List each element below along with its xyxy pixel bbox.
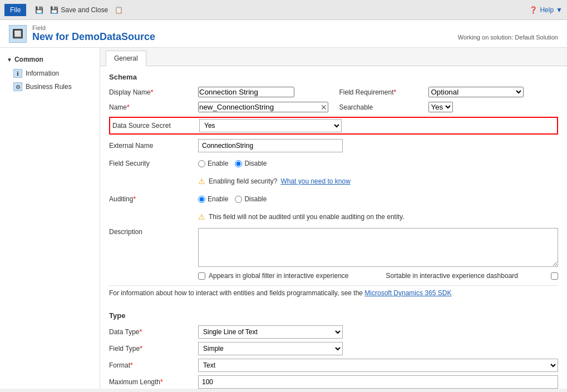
- appears-global-checkbox[interactable]: [198, 272, 205, 280]
- max-length-input[interactable]: [198, 375, 558, 389]
- header: 🔲 Field New for DemoDataSource Working o…: [0, 20, 567, 48]
- tab-general[interactable]: General: [106, 51, 146, 66]
- help-button[interactable]: ❓ Help ▼: [529, 6, 563, 14]
- entity-label: Field: [32, 24, 155, 31]
- format-select[interactable]: Text Email URL: [198, 359, 558, 372]
- data-source-secret-select[interactable]: Yes No: [199, 119, 342, 132]
- field-security-enable-radio[interactable]: [198, 160, 205, 167]
- save-icon-button[interactable]: 💾: [32, 5, 47, 15]
- business-rules-icon: ⚙: [13, 82, 22, 91]
- field-security-link[interactable]: What you need to know: [280, 177, 350, 185]
- sidebar-section-common: ▼ Common: [0, 52, 100, 67]
- info-text-row: For information about how to interact wi…: [109, 285, 558, 302]
- field-requirement-select[interactable]: Optional Business Recommended Business R…: [428, 87, 524, 97]
- data-source-secret-label: Data Source Secret: [112, 122, 199, 130]
- max-length-row: Maximum Length*: [109, 375, 558, 389]
- extra-icon: 📋: [115, 6, 123, 14]
- name-row: Name* ✕ Searchable Yes: [109, 102, 558, 112]
- section-triangle-icon: ▼: [7, 57, 12, 63]
- field-type-row: Field Type* Simple Calculated Rollup: [109, 342, 558, 355]
- warning-icon: ⚠: [198, 177, 205, 186]
- help-label: Help: [540, 6, 554, 14]
- sidebar-item-business-rules-label: Business Rules: [26, 83, 72, 91]
- auditing-label: Auditing*: [109, 195, 198, 203]
- display-name-label: Display Name*: [109, 88, 198, 96]
- name-input[interactable]: [198, 102, 328, 112]
- field-security-disable-radio[interactable]: [235, 160, 242, 167]
- page-title: New for DemoDataSource: [32, 31, 155, 43]
- auditing-warning-icon: ⚠: [198, 212, 205, 221]
- info-text-prefix: For information about how to interact wi…: [109, 289, 363, 297]
- data-type-label: Data Type*: [109, 328, 198, 336]
- help-icon: ❓: [529, 6, 538, 14]
- auditing-radio-group: Enable Disable: [198, 195, 267, 203]
- save-icon: 💾: [35, 6, 43, 14]
- external-name-input[interactable]: [198, 139, 343, 152]
- display-name-input[interactable]: [198, 87, 294, 97]
- max-length-label: Maximum Length*: [109, 378, 198, 386]
- field-security-warning-row: ⚠ Enabling field security? What you need…: [109, 175, 558, 188]
- sidebar-item-information[interactable]: ℹ Information: [0, 67, 100, 80]
- entity-icon: 🔲: [9, 25, 27, 43]
- data-type-select[interactable]: Single Line of Text Multiple Lines of Te…: [198, 325, 343, 339]
- extra-icon-button[interactable]: 📋: [111, 5, 126, 15]
- auditing-warning-text: This field will not be audited until you…: [209, 213, 404, 221]
- save-close-icon: 💾: [50, 6, 58, 14]
- auditing-row: Auditing* Enable Disable: [109, 192, 558, 206]
- auditing-warning-row: ⚠ This field will not be audited until y…: [109, 210, 558, 224]
- field-security-label: Field Security: [109, 160, 198, 167]
- tab-bar: General: [100, 48, 567, 66]
- sidebar-item-business-rules[interactable]: ⚙ Business Rules: [0, 80, 100, 93]
- display-name-row: Display Name* Field Requirement* Optiona…: [109, 87, 558, 97]
- schema-section: Schema Display Name* Field Requirement*: [100, 66, 567, 309]
- auditing-disable-radio[interactable]: [235, 196, 242, 203]
- searchable-label: Searchable: [339, 103, 428, 111]
- description-row: Description: [109, 228, 558, 267]
- description-label: Description: [109, 228, 198, 267]
- field-security-warning-text: Enabling field security?: [209, 177, 277, 185]
- save-close-label: Save and Close: [61, 6, 108, 14]
- auditing-disable-label[interactable]: Disable: [235, 195, 267, 203]
- sortable-col: Sortable in interactive experience dashb…: [375, 271, 559, 281]
- field-type-label: Field Type*: [109, 345, 198, 353]
- global-filter-col: Appears in global filter in interactive …: [198, 271, 371, 281]
- sdk-link[interactable]: Microsoft Dynamics 365 SDK: [364, 289, 451, 297]
- working-on-text: Working on solution: Default Solution: [458, 34, 558, 41]
- name-clear-button[interactable]: ✕: [321, 103, 327, 111]
- toolbar: File 💾 💾 Save and Close 📋 ❓ Help ▼: [0, 0, 567, 20]
- field-security-enable-label[interactable]: Enable: [198, 160, 228, 167]
- type-section: Type Data Type* Single Line of Text Mult…: [100, 309, 567, 389]
- file-button[interactable]: File: [4, 4, 26, 16]
- searchable-select[interactable]: Yes No: [428, 102, 453, 112]
- description-textarea[interactable]: [198, 228, 558, 267]
- format-row: Format* Text Email URL: [109, 359, 558, 372]
- appears-global-label: Appears in global filter in interactive …: [209, 271, 348, 281]
- sortable-label: Sortable in interactive experience dashb…: [386, 271, 548, 281]
- sortable-checkbox[interactable]: [551, 272, 558, 280]
- field-requirement-label: Field Requirement*: [339, 88, 428, 96]
- information-icon: ℹ: [13, 69, 22, 78]
- data-type-row: Data Type* Single Line of Text Multiple …: [109, 325, 558, 339]
- sidebar-item-information-label: Information: [26, 70, 59, 77]
- field-type-select[interactable]: Simple Calculated Rollup: [198, 342, 343, 355]
- data-source-secret-row: Data Source Secret Yes No: [109, 117, 558, 135]
- external-name-row: External Name: [109, 139, 558, 152]
- auditing-enable-label[interactable]: Enable: [198, 195, 228, 203]
- content-area: General Schema Display Name* Field Requi…: [100, 48, 567, 389]
- save-close-button[interactable]: 💾 Save and Close: [47, 5, 111, 15]
- sidebar: ▼ Common ℹ Information ⚙ Business Rules: [0, 48, 100, 389]
- help-chevron-icon: ▼: [556, 6, 563, 14]
- field-security-disable-label[interactable]: Disable: [235, 160, 267, 167]
- external-name-label: External Name: [109, 142, 198, 150]
- field-security-row: Field Security Enable Disable: [109, 157, 558, 170]
- checkbox-row: Appears in global filter in interactive …: [109, 271, 558, 281]
- format-label: Format*: [109, 361, 198, 369]
- auditing-enable-radio[interactable]: [198, 196, 205, 203]
- type-section-title: Type: [109, 311, 558, 320]
- name-label: Name*: [109, 103, 198, 111]
- field-security-radio-group: Enable Disable: [198, 160, 267, 167]
- schema-section-title: Schema: [109, 73, 558, 81]
- sidebar-section-label: Common: [14, 56, 43, 63]
